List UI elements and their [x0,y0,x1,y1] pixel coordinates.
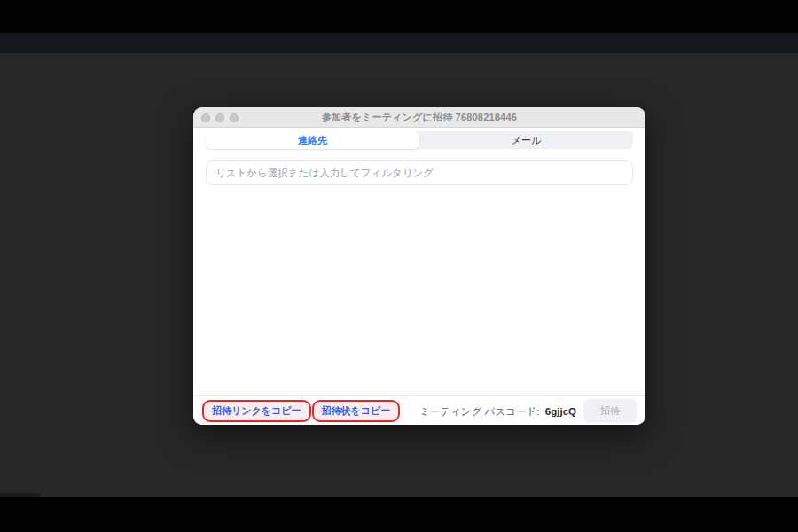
close-button[interactable] [201,113,210,122]
tab-contacts[interactable]: 連絡先 [206,131,419,149]
copy-invitation-annotation-box: 招待状をコピー [312,400,401,422]
meeting-passcode: ミーティング パスコード: 6gjjcQ [419,403,576,419]
copy-link-annotation-box: 招待リンクをコピー [202,400,311,422]
traffic-lights [201,107,239,128]
dialog-titlebar: 参加者をミーティングに招待 76808218446 [193,107,645,128]
invite-dialog: 参加者をミーティングに招待 76808218446 連絡先 メール 招待リンクを… [193,107,645,425]
dialog-footer: 招待リンクをコピー 招待状をコピー ミーティング パスコード: 6gjjcQ 招… [193,395,645,425]
passcode-and-invite: ミーティング パスコード: 6gjjcQ 招待 [419,399,637,423]
invite-tabs: 連絡先 メール [206,131,633,149]
tab-email[interactable]: メール [419,131,633,149]
passcode-value: 6gjjcQ [545,406,576,417]
copy-invitation-button[interactable]: 招待状をコピー [314,402,399,420]
copy-buttons-group: 招待リンクをコピー 招待状をコピー [202,400,400,422]
copy-invite-link-button[interactable]: 招待リンクをコピー [204,402,309,420]
passcode-label: ミーティング パスコード: [419,406,539,417]
dialog-title: 参加者をミーティングに招待 76808218446 [193,111,645,124]
menubar-band [0,33,798,53]
minimize-button[interactable] [215,113,224,122]
bottom-left-notch [0,493,40,497]
contact-filter-input[interactable] [206,160,633,185]
invite-button[interactable]: 招待 [583,399,637,423]
zoom-button[interactable] [230,113,239,122]
